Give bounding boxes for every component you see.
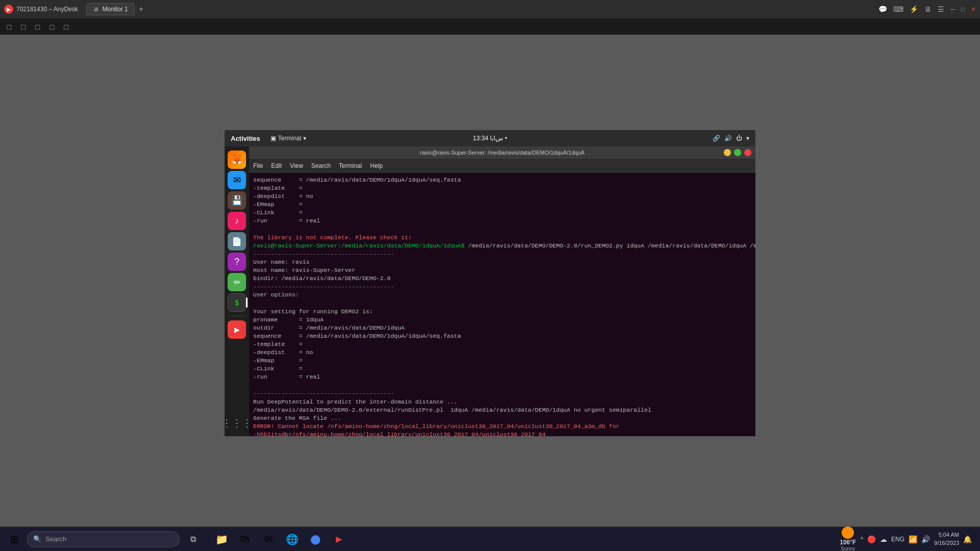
show-hidden-icons[interactable]: ^ <box>860 536 863 543</box>
term-line-emmap2: -EMmap = <box>253 357 751 365</box>
taskbar-date: 9/16/2023 <box>934 539 959 547</box>
weather-condition: Sunny <box>841 546 855 551</box>
dock-icon-notepad[interactable]: ✏ <box>228 273 246 291</box>
term-line-blank3 <box>253 381 751 389</box>
search-icon: 🔍 <box>33 535 41 543</box>
weather-temperature: 106°F <box>840 539 856 546</box>
term-line-4: -EMmap = <box>253 201 751 209</box>
taskbar-app-fileexplorer[interactable]: 📁 <box>210 528 233 550</box>
minimize-icon[interactable]: ─ <box>950 6 955 13</box>
dock-icon-firefox[interactable]: 🦊 <box>228 151 246 169</box>
term-line-blank1 <box>253 226 751 234</box>
maximize-icon[interactable]: □ <box>961 6 965 13</box>
dock-icon-documents[interactable]: 📄 <box>228 232 246 251</box>
terminal-menu-terminal[interactable]: Terminal <box>339 162 362 169</box>
taskbar-app-edge[interactable]: 🌐 <box>281 528 303 550</box>
toolbar-icon-1[interactable]: ◻ <box>6 22 12 31</box>
volume-icon[interactable]: 🔊 <box>724 135 732 142</box>
taskbar-apps-area: 📁 🛍 ✉ 🌐 ⬤ ▶ <box>210 528 350 550</box>
lightning-icon[interactable]: ⚡ <box>910 5 918 13</box>
terminal-menu-search[interactable]: Search <box>311 162 331 169</box>
dock-icon-anydesk[interactable]: ▶ <box>228 320 246 339</box>
term-line-setting: Your setting for running DEMO2 is: <box>253 308 751 316</box>
terminal-menu-file[interactable]: File <box>253 162 263 169</box>
dock-icon-files[interactable]: 💾 <box>228 191 246 210</box>
toolbar-icon-4[interactable]: ◻ <box>49 22 55 31</box>
taskview-icon: ⧉ <box>190 535 196 544</box>
anydesk-titlebar: ▶ 702181430 – AnyDesk 🖥 Monitor 1 + 💬 ⌨ … <box>0 0 980 18</box>
taskbar-app-store[interactable]: 🛍 <box>234 528 256 550</box>
terminal-content-area[interactable]: sequence = /media/ravis/data/DEMO/1dquA/… <box>249 173 755 436</box>
taskbar-clock[interactable]: 5:04 AM 9/16/2023 <box>934 531 959 547</box>
term-line-proname: proname = 1dquA <box>253 316 751 324</box>
network-icon[interactable]: 🔗 <box>713 135 720 142</box>
dock-icon-music[interactable]: ♪ <box>228 212 246 230</box>
volume-status-icon[interactable]: 🔊 <box>921 535 930 543</box>
term-line-6: -run = real <box>253 217 751 225</box>
term-line-2: -template = <box>253 184 751 192</box>
terminal-menu-help[interactable]: Help <box>370 162 383 169</box>
tray-icon-1[interactable]: 🔴 <box>867 535 876 543</box>
anydesk-title: 702181430 – AnyDesk <box>16 6 78 13</box>
taskbar-app-mail[interactable]: ✉ <box>257 528 280 550</box>
windows-system-tray: 106°F Sunny ^ 🔴 ☁ ENG 📶 🔊 5:04 AM 9/16/2… <box>840 527 976 551</box>
terminal-close-button[interactable]: ✕ <box>744 149 751 156</box>
terminal-menu-edit[interactable]: Edit <box>271 162 282 169</box>
menu-icon[interactable]: ☰ <box>938 5 944 13</box>
gnome-dock: 🦊 ✉ 💾 ♪ 📄 ? ✏ $ <box>225 146 249 436</box>
taskbar-time: 5:04 AM <box>934 531 959 539</box>
gnome-settings-icon[interactable]: ▾ <box>746 135 749 142</box>
term-line-deepdist2: -deepdist = no <box>253 348 751 357</box>
term-line-sep1: ---------------------------------------- <box>253 250 751 258</box>
taskbar-app-anydesk[interactable]: ▶ <box>328 528 350 550</box>
add-tab-button[interactable]: + <box>139 5 143 14</box>
dock-icon-email[interactable]: ✉ <box>228 171 246 189</box>
gnome-clock: 13:34 ﺱﺎﺑﺎ • <box>473 135 507 142</box>
gnome-terminal-button[interactable]: ▣ Terminal ▾ <box>271 135 306 142</box>
network-status-icon[interactable]: 📶 <box>909 535 917 543</box>
toolbar-icon-2[interactable]: ◻ <box>20 22 27 31</box>
dock-icon-terminal[interactable]: $ <box>228 293 246 312</box>
anydesk-logo-icon: ▶ <box>4 5 13 14</box>
dock-icon-apps[interactable]: ⋮⋮⋮ <box>228 414 246 432</box>
weather-widget[interactable]: 106°F Sunny <box>840 527 856 551</box>
taskbar-app-chrome[interactable]: ⬤ <box>304 528 327 550</box>
term-line-hostname: Host name: ravis-Super-Server <box>253 266 751 274</box>
term-line-clink2: -CLink = <box>253 365 751 373</box>
toolbar-icon-5[interactable]: ◻ <box>63 22 69 31</box>
close-icon[interactable]: ✕ <box>971 6 976 13</box>
display-icon[interactable]: 🖥 <box>924 5 932 13</box>
term-line-sep2: ---------------------------------------- <box>253 283 751 291</box>
taskbar-taskview-button[interactable]: ⧉ <box>182 528 204 550</box>
notifications-icon[interactable]: 🔔 <box>963 535 972 543</box>
remote-desktop-area: Activities ▣ Terminal ▾ 13:34 ﺱﺎﺑﺎ • 🔗 🔊… <box>0 35 980 527</box>
chrome-icon: ⬤ <box>310 534 321 545</box>
anydesk-tab-monitor1[interactable]: 🖥 Monitor 1 <box>86 3 135 15</box>
terminal-minimize-button[interactable]: − <box>724 149 731 156</box>
gnome-topbar: Activities ▣ Terminal ▾ 13:34 ﺱﺎﺑﺎ • 🔗 🔊… <box>225 130 755 146</box>
term-line-outdir: outdir = /media/ravis/data/DEMO/1dquA <box>253 324 751 332</box>
terminal-menu-view[interactable]: View <box>290 162 303 169</box>
taskbar-search-bar[interactable]: 🔍 Search <box>27 531 180 547</box>
toolbar-icon-3[interactable]: ◻ <box>35 22 41 31</box>
language-indicator[interactable]: ENG <box>891 536 904 543</box>
gnome-activities-button[interactable]: Activities <box>231 135 260 142</box>
windows-start-button[interactable]: ⊞ <box>4 529 24 549</box>
term-line-5: -CLink = <box>253 209 751 217</box>
keyboard-icon[interactable]: ⌨ <box>893 5 903 13</box>
terminal-title-bar: ravis@ravis-Super-Server: /media/ravis/d… <box>249 146 755 159</box>
fileexplorer-icon: 📁 <box>215 533 228 545</box>
anydesk-tab-label: Monitor 1 <box>103 6 128 13</box>
dock-icon-help[interactable]: ? <box>228 253 246 271</box>
term-line-3: -deepdist = no <box>253 192 751 201</box>
term-line-sep3: ---------------------------------------- <box>253 389 751 397</box>
power-icon[interactable]: ⏻ <box>736 135 742 142</box>
terminal-maximize-button[interactable]: + <box>734 149 741 156</box>
tray-icon-cloud[interactable]: ☁ <box>880 535 887 543</box>
term-line-1: sequence = /media/ravis/data/DEMO/1dquA/… <box>253 176 751 184</box>
chat-icon[interactable]: 💬 <box>878 5 887 13</box>
dock-separator <box>229 316 245 316</box>
windows-taskbar: ⊞ 🔍 Search ⧉ 📁 🛍 ✉ 🌐 ⬤ ▶ <box>0 527 980 551</box>
terminal-menubar: File Edit View Search Terminal Help <box>249 159 755 173</box>
anydesk-toolbar: ◻ ◻ ◻ ◻ ◻ <box>0 18 980 35</box>
